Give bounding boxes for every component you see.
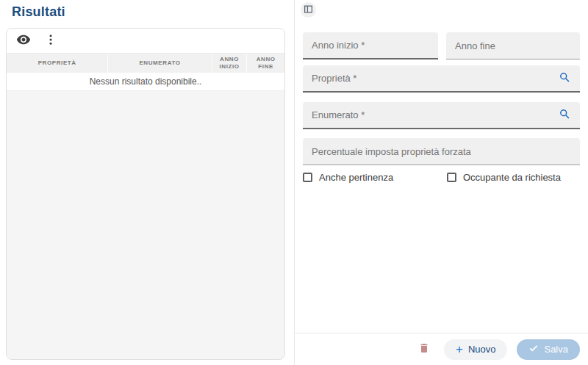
salva-button[interactable]: Salva [517,339,580,360]
trash-icon [418,342,430,356]
results-menu-button[interactable] [44,33,57,48]
column-header-anno-inizio[interactable]: Anno Inizio [212,54,248,73]
percentuale-label: Percentuale imposta proprietà forzata [312,146,471,157]
empty-state-message: Nessun risultato disponibile.. [7,73,284,91]
form-footer: + Nuovo Salva [295,333,588,365]
proprieta-label: Proprietà * [312,73,356,84]
salva-button-label: Salva [544,344,568,355]
table-empty-area [7,91,284,359]
occupante-da-richiesta-checkbox[interactable]: Occupante da richiesta [447,172,561,183]
anche-pertinenza-label: Anche pertinenza [319,172,393,183]
split-view-icon [304,4,313,16]
percentuale-field[interactable]: Percentuale imposta proprietà forzata [303,138,580,165]
nuovo-button-label: Nuovo [468,344,496,355]
checkbox-icon[interactable] [303,173,312,182]
results-table-header: Proprietà Enumerato Anno Inizio Anno Fin… [7,53,284,73]
visibility-icon [16,32,31,49]
plus-icon: + [456,343,463,355]
search-icon[interactable] [559,71,571,86]
panel-toggle-button[interactable] [301,2,316,18]
detail-form-panel: Anno inizio * Anno fine Proprietà * Enum… [295,0,588,365]
visibility-toggle-button[interactable] [16,32,31,49]
page-title: Risultati [12,4,65,20]
nuovo-button[interactable]: + Nuovo [444,339,508,360]
anno-inizio-field[interactable]: Anno inizio * [303,32,438,59]
anno-fine-field[interactable]: Anno fine [446,32,580,59]
anche-pertinenza-checkbox[interactable]: Anche pertinenza [303,172,393,183]
occupante-da-richiesta-label: Occupante da richiesta [463,172,561,183]
check-icon [528,343,539,355]
results-card: Proprietà Enumerato Anno Inizio Anno Fin… [6,28,285,360]
anno-inizio-label: Anno inizio * [312,40,365,51]
app-window: Risultati [0,0,588,365]
results-toolbar [7,29,284,53]
column-header-anno-fine[interactable]: Anno Fine [247,54,284,73]
anno-fine-label: Anno fine [455,40,495,51]
more-vert-icon [44,33,57,48]
delete-button[interactable] [414,339,434,360]
enumerato-label: Enumerato * [312,109,365,120]
enumerato-field[interactable]: Enumerato * [303,102,580,129]
column-header-enumerato[interactable]: Enumerato [108,54,212,73]
proprieta-field[interactable]: Proprietà * [303,65,580,93]
column-header-proprieta[interactable]: Proprietà [7,54,108,73]
checkbox-icon[interactable] [447,173,456,182]
search-icon[interactable] [559,108,571,123]
